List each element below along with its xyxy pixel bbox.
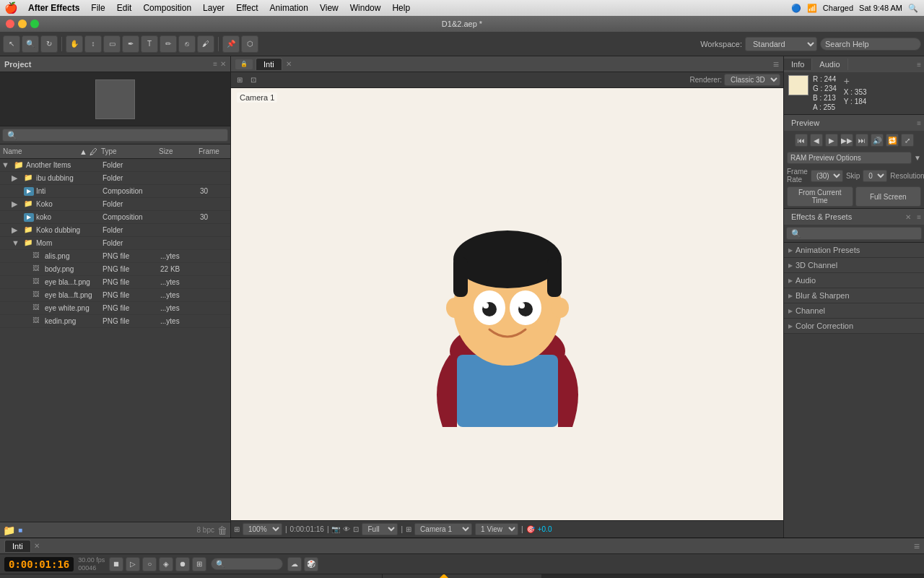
trash-btn[interactable]: 🗑 (217, 525, 227, 536)
maximize-button[interactable] (30, 20, 39, 28)
effect-group-header[interactable]: ▶ Color Correction (784, 319, 924, 333)
effects-search-input[interactable] (786, 227, 922, 240)
effect-group-header[interactable]: ▶ 3D Channel (784, 258, 924, 272)
toolbar-arrow-btn[interactable]: ↖ (3, 35, 20, 53)
toolbar-puppet-btn[interactable]: 📌 (222, 35, 240, 53)
from-current-time-btn[interactable]: From Current Time (787, 186, 853, 207)
tl-motion-blur[interactable]: ☁ (287, 557, 302, 571)
sort-icon[interactable]: ▲ (79, 147, 90, 156)
info-panel-menu[interactable]: ≡ (914, 61, 924, 69)
tl-3d[interactable]: 🎲 (304, 557, 318, 571)
comp-tab-close[interactable]: ✕ (286, 60, 292, 68)
play-btn[interactable]: ▶ (825, 134, 838, 147)
help-search-input[interactable] (820, 38, 921, 51)
effect-group-header[interactable]: ▶ Blur & Sharpen (784, 288, 924, 303)
full-screen-btn[interactable]: Full Screen (855, 186, 922, 207)
menu-animation[interactable]: Animation (264, 1, 314, 14)
channel-selector[interactable]: Full (362, 523, 398, 535)
tab-effects-presets[interactable]: Effects & Presets (784, 211, 859, 223)
comp-toolbar-safe-btn[interactable]: ⊡ (248, 75, 259, 85)
list-item[interactable]: ▼ 📁 Another Items Folder (0, 159, 230, 172)
comp-options-btn[interactable]: ≡ (773, 59, 779, 70)
next-frame-btn[interactable]: ▶▶ (840, 134, 853, 147)
active-camera-selector[interactable]: Camera 1 (414, 523, 472, 535)
tl-btn-3[interactable]: ○ (142, 557, 157, 571)
tab-info[interactable]: Info (784, 59, 812, 70)
comp-tab-inti[interactable]: Inti (256, 58, 282, 70)
comp-footer-3d[interactable]: 🎯 (526, 525, 535, 533)
minimize-button[interactable] (18, 20, 27, 28)
ram-preview-button[interactable]: RAM Preview Options (787, 152, 912, 164)
list-item[interactable]: ▶ 📁 ibu dubbing Folder (0, 172, 230, 185)
toolbar-pan-btn[interactable]: ↕ (84, 35, 102, 53)
toolbar-move-btn[interactable]: ✋ (66, 35, 83, 53)
composition-viewer[interactable]: Camera 1 (231, 88, 783, 520)
effect-group-header[interactable]: ▶ Channel (784, 303, 924, 318)
list-item[interactable]: ▶ Inti Composition 30 (0, 185, 230, 198)
prev-frame-btn[interactable]: ◀ (810, 134, 823, 147)
project-panel-close[interactable]: ✕ (220, 60, 226, 68)
tl-btn-2[interactable]: ▷ (126, 557, 140, 571)
menu-effect[interactable]: Effect (230, 1, 263, 14)
list-item[interactable]: 🖼 kedin.png PNG file ...ytes (0, 315, 230, 328)
timeline-ruler[interactable]: 0s 02s 04s 06s 08s 10s 12s 14s (383, 574, 541, 578)
comp-footer-alpha[interactable]: ⊡ (353, 525, 359, 533)
effect-group-header[interactable]: ▶ Animation Presets (784, 243, 924, 257)
toolbar-pencil-btn[interactable]: ✏ (160, 35, 177, 53)
toolbar-clone-btn[interactable]: ⎋ (178, 35, 196, 53)
menu-edit[interactable]: Edit (111, 1, 138, 14)
effects-panel-close[interactable]: ✕ (902, 213, 914, 221)
new-folder-btn[interactable]: 📁 (3, 525, 15, 536)
fullscreen-btn[interactable]: ⤢ (901, 134, 914, 147)
apple-menu[interactable]: 🍎 (4, 1, 18, 14)
tl-btn-6[interactable]: ⊞ (192, 557, 206, 571)
tl-btn-4[interactable]: ◈ (159, 557, 173, 571)
toolbar-zoom-btn[interactable]: 🔍 (22, 35, 39, 53)
menu-view[interactable]: View (314, 1, 344, 14)
jump-end-btn[interactable]: ⏭ (855, 134, 868, 147)
timeline-search-input[interactable] (211, 558, 283, 570)
comp-footer-snap[interactable]: ⊞ (234, 525, 240, 533)
frame-rate-select[interactable]: (30) (811, 170, 843, 182)
toolbar-rotate-btn[interactable]: ↻ (40, 35, 58, 53)
list-item[interactable]: ▶ koko Composition 30 (0, 211, 230, 224)
comp-toolbar-grid-btn[interactable]: ⊞ (234, 75, 245, 85)
comp-lock-btn[interactable]: 🔒 (235, 59, 253, 69)
effect-group-header[interactable]: ▶ Audio (784, 273, 924, 288)
list-item[interactable]: 🖼 body.png PNG file 22 KB (0, 263, 230, 276)
toolbar-pen-btn[interactable]: ✒ (122, 35, 139, 53)
jump-start-btn[interactable]: ⏮ (795, 134, 808, 147)
menu-file[interactable]: File (85, 1, 110, 14)
renderer-selector[interactable]: Classic 3D (724, 74, 780, 86)
timeline-tab-inti[interactable]: Inti (4, 540, 31, 552)
new-comp-btn[interactable]: ■ (18, 526, 22, 534)
project-panel-menu[interactable]: ≡ (213, 60, 217, 68)
ram-preview-arrow[interactable]: ▼ (914, 154, 921, 162)
timeline-panel-menu[interactable]: ≡ (914, 540, 920, 552)
menu-layer[interactable]: Layer (197, 1, 230, 14)
list-item[interactable]: ▼ 📁 Mom Folder (0, 237, 230, 250)
close-button[interactable] (6, 20, 14, 28)
view-layout-selector[interactable]: 1 View (475, 523, 518, 535)
toolbar-shape-btn[interactable]: ⬡ (241, 35, 258, 53)
tab-preview[interactable]: Preview (784, 117, 827, 129)
toolbar-text-btn[interactable]: T (141, 35, 158, 53)
effects-panel-menu[interactable]: ≡ (914, 213, 924, 221)
timeline-tab-close[interactable]: ✕ (34, 542, 40, 550)
toolbar-brush-btn[interactable]: 🖌 (197, 35, 214, 53)
project-search-input[interactable] (2, 129, 228, 142)
menu-aftereffects[interactable]: After Effects (22, 1, 85, 14)
list-item[interactable]: 🖼 alis.png PNG file ...ytes (0, 250, 230, 263)
list-item[interactable]: ▶ 📁 Koko Folder (0, 198, 230, 211)
menu-window[interactable]: Window (344, 1, 387, 14)
toolbar-rect-btn[interactable]: ▭ (103, 35, 121, 53)
tab-audio[interactable]: Audio (812, 59, 847, 70)
comp-footer-grid[interactable]: ⊞ (406, 525, 411, 533)
list-item[interactable]: 🖼 eye white.png PNG file ...ytes (0, 302, 230, 315)
workspace-selector[interactable]: Standard (745, 37, 817, 51)
comp-footer-capture[interactable]: 📷 (331, 525, 340, 533)
preview-panel-menu[interactable]: ≡ (914, 119, 924, 127)
list-item[interactable]: 🖼 eye bla...t.png PNG file ...ytes (0, 276, 230, 289)
tl-btn-1[interactable]: ⏹ (109, 557, 123, 571)
tl-btn-5[interactable]: ⏺ (175, 557, 190, 571)
